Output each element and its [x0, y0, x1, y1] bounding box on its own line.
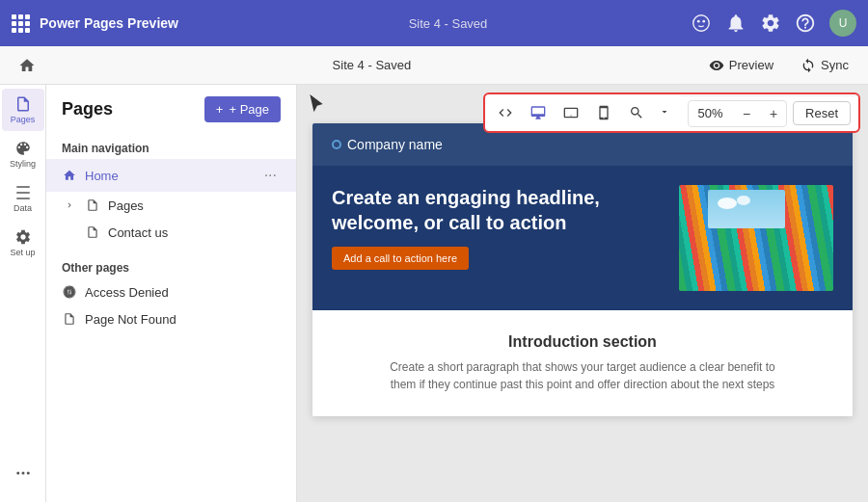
main-layout: Pages Styling Data Set up Pages + + Page: [0, 85, 868, 502]
notifications-icon[interactable]: [725, 13, 746, 34]
intro-text: Create a short paragraph that shows your…: [390, 358, 775, 393]
nav-icon-pages[interactable]: Pages: [2, 89, 44, 131]
contact-nav-label: Contact us: [108, 225, 281, 240]
access-denied-label: Access Denied: [85, 285, 281, 300]
other-pages-label: Other pages: [46, 253, 296, 278]
access-denied-icon: [62, 284, 77, 300]
site-logo-dot: [332, 140, 341, 149]
preview-scroll[interactable]: Company name Create an engaging headline…: [297, 85, 868, 502]
mobile-view-button[interactable]: [589, 98, 618, 127]
svg-point-3: [16, 472, 19, 475]
svg-point-5: [26, 472, 29, 475]
nav-more-button[interactable]: [2, 452, 44, 494]
home-nav-icon: [62, 168, 77, 183]
company-name: Company name: [347, 137, 443, 152]
svg-point-1: [697, 20, 700, 23]
second-bar: Site 4 - Saved Preview Sync: [0, 46, 868, 85]
save-status: Site 4 - Saved: [249, 16, 648, 31]
zoom-button[interactable]: [622, 98, 651, 127]
pages-chevron-icon: [62, 198, 77, 213]
toolbar-chevron-button[interactable]: [655, 106, 674, 120]
zoom-controls: 50% − +: [688, 100, 787, 127]
top-bar-right: U: [657, 10, 856, 37]
copilot-icon[interactable]: [691, 13, 712, 34]
add-page-button[interactable]: + + Page: [204, 96, 281, 122]
code-view-button[interactable]: [491, 98, 520, 127]
svg-point-0: [693, 15, 710, 32]
sidebar-header: Pages + + Page: [46, 96, 296, 134]
desktop-view-button[interactable]: [524, 98, 553, 127]
waffle-icon[interactable]: [12, 14, 30, 33]
svg-point-2: [702, 20, 705, 23]
sidebar-item-access-denied[interactable]: Access Denied: [46, 278, 296, 305]
sidebar-item-contact[interactable]: Contact us: [46, 219, 296, 246]
settings-icon[interactable]: [760, 13, 781, 34]
page-not-found-label: Page Not Found: [85, 312, 281, 327]
app-title: Power Pages Preview: [40, 15, 239, 31]
zoom-value: 50%: [689, 102, 732, 124]
home-nav-label: Home: [85, 169, 253, 183]
hero-text: Create an engaging headline, welcome, or…: [332, 185, 667, 270]
home-nav-more[interactable]: ···: [260, 165, 281, 186]
avatar[interactable]: U: [829, 10, 856, 37]
contact-nav-icon: [85, 225, 100, 240]
second-bar-actions: Preview Sync: [701, 54, 856, 77]
nav-icon-setup[interactable]: Set up: [2, 222, 44, 264]
site-save-status: Site 4 - Saved: [50, 58, 693, 72]
home-button[interactable]: [12, 50, 42, 81]
sync-label: Sync: [821, 58, 849, 72]
intro-title: Introduction section: [332, 333, 833, 351]
left-nav: Pages Styling Data Set up: [0, 85, 46, 502]
pages-nav-icon: [85, 198, 100, 213]
main-navigation-label: Main navigation: [46, 134, 296, 159]
sidebar-item-pages[interactable]: Pages: [46, 192, 296, 219]
zoom-controls-row: 50% − + Reset: [680, 95, 858, 131]
zoom-in-button[interactable]: +: [761, 101, 786, 126]
hero-image: [679, 185, 833, 291]
tablet-view-button[interactable]: [556, 98, 585, 127]
top-bar: Power Pages Preview Site 4 - Saved U: [0, 0, 868, 46]
zoom-out-button[interactable]: −: [734, 101, 759, 126]
zoom-reset-button[interactable]: Reset: [793, 101, 851, 125]
preview-frame: Company name Create an engaging headline…: [312, 123, 853, 416]
intro-section: Introduction section Create a short para…: [312, 310, 853, 416]
nav-icon-data[interactable]: Data: [2, 177, 44, 220]
sidebar-item-page-not-found[interactable]: Page Not Found: [46, 305, 296, 332]
sidebar: Pages + + Page Main navigation Home ··· …: [46, 85, 297, 502]
hero-headline: Create an engaging headline, welcome, or…: [332, 185, 667, 235]
hero-section: Create an engaging headline, welcome, or…: [312, 166, 853, 310]
pages-nav-label: Pages: [108, 198, 281, 213]
preview-button[interactable]: Preview: [701, 54, 781, 77]
canvas-toolbar: 50% − + Reset: [483, 92, 860, 133]
hero-cta-button[interactable]: Add a call to action here: [332, 247, 469, 270]
svg-point-4: [21, 472, 24, 475]
page-not-found-icon: [62, 311, 77, 327]
cursor-tool-icon[interactable]: [307, 94, 326, 118]
canvas-area: 50% − + Reset Company name Create an eng…: [297, 85, 868, 502]
preview-label: Preview: [729, 58, 773, 72]
sync-button[interactable]: Sync: [793, 54, 856, 77]
nav-icon-styling[interactable]: Styling: [2, 133, 44, 175]
sidebar-title: Pages: [62, 99, 113, 119]
sidebar-item-home[interactable]: Home ···: [46, 159, 296, 192]
help-icon[interactable]: [795, 13, 816, 34]
